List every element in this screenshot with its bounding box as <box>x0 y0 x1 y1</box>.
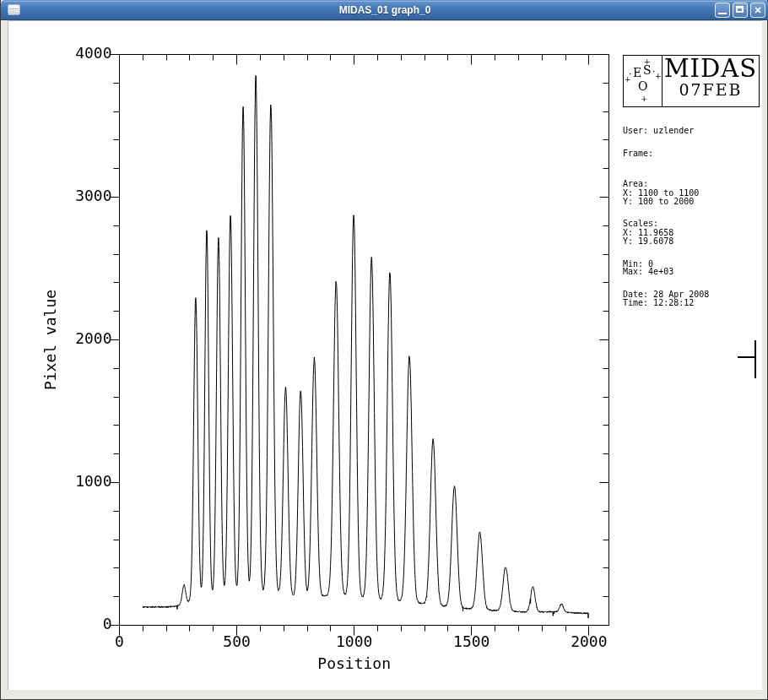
window-frame: +·ES·++O+ MIDAS 07FEB User: uzlenderFram… <box>0 0 768 700</box>
info-line: Max: 4e+03 <box>623 268 673 276</box>
close-button[interactable]: ✕ <box>750 3 765 18</box>
info-line: Time: 12:28:12 <box>623 299 694 307</box>
window-title: MIDAS_01 graph_0 <box>1 0 768 20</box>
info-line: Y: 19.6078 <box>623 237 673 246</box>
info-line: Scales: <box>623 220 658 228</box>
close-icon: ✕ <box>751 3 765 17</box>
window-titlebar[interactable]: MIDAS_01 graph_0 ✕ <box>1 0 768 20</box>
info-line: Area: <box>623 180 648 188</box>
cursor-marker-hline <box>738 356 754 358</box>
maximize-button[interactable] <box>733 3 748 18</box>
minimize-icon <box>718 13 727 14</box>
plot-info-panel: User: uzlenderFrame:Area:X: 1100 to 1100… <box>623 0 766 699</box>
info-line: Frame: <box>623 149 653 158</box>
info-line: Y: 100 to 2000 <box>623 198 694 206</box>
cursor-marker-vline <box>754 340 756 378</box>
info-line: User: uzlender <box>623 127 694 135</box>
minimize-button[interactable] <box>715 3 730 18</box>
maximize-icon <box>736 6 744 13</box>
